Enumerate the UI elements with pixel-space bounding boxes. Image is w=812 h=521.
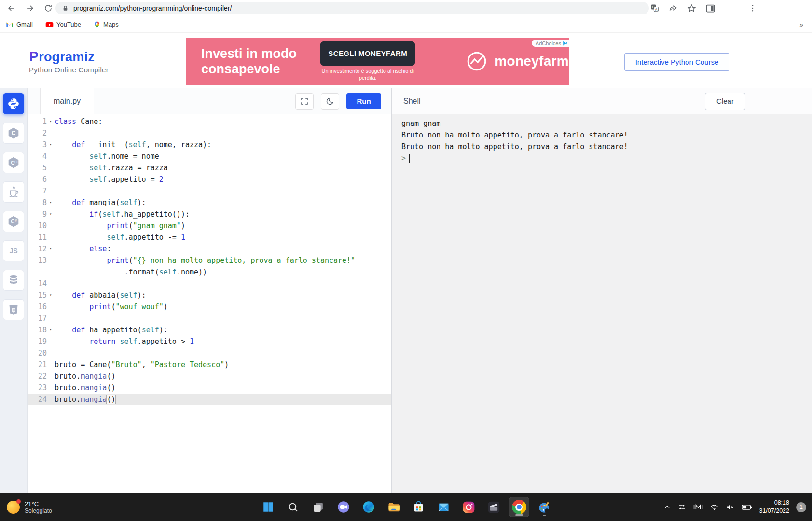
- code-line[interactable]: 23bruto.mangia(): [28, 382, 391, 394]
- search-button[interactable]: [283, 497, 303, 517]
- code-line[interactable]: 15▾ def abbaia(self):: [28, 289, 391, 301]
- shell-prompt-line[interactable]: >: [401, 152, 812, 164]
- adchoices-icon: [562, 41, 568, 46]
- code-line[interactable]: 22bruto.mangia(): [28, 370, 391, 382]
- translate-icon[interactable]: GA: [649, 2, 661, 14]
- volume-muted-icon[interactable]: [726, 503, 735, 511]
- tray-m-icon[interactable]: [693, 503, 703, 511]
- code-line[interactable]: .format(self.nome)): [28, 266, 391, 278]
- code-line[interactable]: 9▾ if(self.ha_appetito()):: [28, 208, 391, 220]
- bookmark-youtube[interactable]: YouTube: [45, 21, 81, 28]
- tray-settings-icon[interactable]: [678, 503, 687, 511]
- teams-chat-icon: [337, 500, 350, 514]
- sidebar-item-javascript[interactable]: JS: [3, 240, 24, 261]
- paint-button[interactable]: [534, 497, 554, 517]
- svg-text:A: A: [655, 8, 658, 12]
- code-line[interactable]: 6 self.appetito = 2: [28, 174, 391, 185]
- dark-mode-button[interactable]: [321, 93, 339, 110]
- microsoft-store-button[interactable]: [409, 497, 429, 517]
- ad-cta-button[interactable]: SCEGLI MONEYFARM: [320, 41, 415, 66]
- tray-chevron-icon[interactable]: [663, 503, 671, 511]
- clipchamp-button[interactable]: [484, 497, 504, 517]
- code-line[interactable]: 20: [28, 347, 391, 359]
- fullscreen-icon: [300, 97, 309, 106]
- bookmark-label: Gmail: [16, 21, 33, 28]
- bookmark-maps[interactable]: Maps: [94, 21, 119, 28]
- sun-icon: [7, 501, 20, 514]
- clock-date: 31/07/2022: [759, 507, 789, 515]
- code-editor-panel: main.py Run 1▾class Cane:23▾ def __init_…: [28, 88, 392, 493]
- chrome-button[interactable]: [509, 497, 529, 517]
- code-line[interactable]: 18▾ def ha_appetito(self):: [28, 324, 391, 336]
- code-line[interactable]: 17: [28, 313, 391, 324]
- code-line[interactable]: 10 print("gnam gnam"): [28, 220, 391, 232]
- battery-icon[interactable]: [742, 504, 752, 511]
- clock-widget[interactable]: 08:18 31/07/2022: [759, 499, 789, 515]
- code-line[interactable]: 21bruto = Cane("Bruto", "Pastore Tedesco…: [28, 359, 391, 370]
- edge-button[interactable]: [358, 497, 379, 517]
- code-line[interactable]: 7: [28, 185, 391, 197]
- maps-icon: [94, 21, 100, 28]
- weather-widget[interactable]: 21°C Soleggiato: [7, 500, 52, 514]
- lock-icon[interactable]: [62, 5, 69, 12]
- run-button[interactable]: Run: [346, 93, 381, 109]
- fullscreen-button[interactable]: [295, 93, 314, 110]
- reload-icon[interactable]: [42, 2, 54, 14]
- sidebar-item-java[interactable]: [3, 181, 24, 203]
- url-text[interactable]: programiz.com/python-programming/online-…: [73, 4, 232, 12]
- microsoft-store-icon: [412, 501, 425, 514]
- file-tab[interactable]: main.py: [40, 88, 94, 114]
- address-bar[interactable]: programiz.com/python-programming/online-…: [55, 2, 649, 14]
- code-line[interactable]: 2: [28, 127, 391, 139]
- sidebar-item-html[interactable]: [3, 299, 24, 320]
- sidebar-item-python[interactable]: [3, 93, 24, 114]
- code-line[interactable]: 3▾ def __init__(self, nome, razza):: [28, 139, 391, 151]
- file-explorer-button[interactable]: [384, 497, 404, 517]
- back-icon[interactable]: [6, 2, 17, 14]
- programiz-logo[interactable]: Programiz Python Online Compiler: [29, 48, 109, 74]
- sidebar-item-cpp[interactable]: C++: [3, 152, 24, 173]
- code-line[interactable]: 16 print("wouf wouf"): [28, 301, 391, 313]
- code-line[interactable]: 5 self.razza = razza: [28, 162, 391, 174]
- search-icon: [287, 501, 299, 513]
- forward-icon[interactable]: [24, 2, 36, 14]
- sidebar-item-c[interactable]: C: [3, 123, 24, 144]
- code-line[interactable]: 14: [28, 278, 391, 289]
- code-lines[interactable]: 1▾class Cane:23▾ def __init__(self, nome…: [28, 114, 391, 493]
- sidebar-item-csharp[interactable]: C#: [3, 211, 24, 232]
- code-line[interactable]: 8▾ def mangia(self):: [28, 197, 391, 208]
- browser-menu-icon[interactable]: [747, 2, 758, 14]
- ad-banner[interactable]: AdChoices Investi in modo consapevole SC…: [186, 38, 569, 85]
- bookmarks-overflow-chevron[interactable]: »: [799, 21, 803, 28]
- mail-button[interactable]: [434, 497, 454, 517]
- bookmark-star-icon[interactable]: [686, 2, 697, 14]
- code-line[interactable]: 19 return self.appetito > 1: [28, 336, 391, 347]
- teams-chat-button[interactable]: [333, 497, 354, 517]
- mail-icon: [437, 501, 450, 514]
- shell-body[interactable]: gnam gnamBruto non ha molto appetito, pr…: [392, 114, 812, 493]
- file-explorer-icon: [387, 500, 400, 514]
- browser-toolbar: programiz.com/python-programming/online-…: [0, 0, 812, 16]
- logo-letter: P: [29, 48, 39, 64]
- clear-button[interactable]: Clear: [705, 93, 745, 110]
- share-icon[interactable]: [667, 2, 679, 14]
- side-panel-icon[interactable]: [704, 2, 716, 14]
- code-line[interactable]: 11 self.appetito -= 1: [28, 232, 391, 243]
- sidebar-item-sql[interactable]: [3, 270, 24, 291]
- edge-icon: [362, 500, 375, 514]
- code-line[interactable]: 13 print("{} non ha molto appetito, prov…: [28, 255, 391, 266]
- bookmark-gmail[interactable]: Gmail: [6, 21, 33, 28]
- task-view-button[interactable]: [308, 497, 329, 517]
- bookmark-label: Maps: [103, 21, 119, 28]
- code-line[interactable]: 4 self.nome = nome: [28, 151, 391, 162]
- start-button[interactable]: [258, 497, 278, 517]
- code-line[interactable]: 1▾class Cane:: [28, 116, 391, 127]
- code-line[interactable]: 24bruto.mangia(): [28, 394, 391, 405]
- adchoices-label[interactable]: AdChoices: [532, 40, 569, 47]
- code-line[interactable]: 12▾ else:: [28, 243, 391, 255]
- instagram-button[interactable]: [459, 497, 479, 517]
- notification-badge[interactable]: 1: [796, 502, 806, 512]
- ad-headline: Investi in modo consapevole: [201, 46, 309, 77]
- wifi-icon[interactable]: [710, 503, 719, 511]
- interactive-course-button[interactable]: Interactive Python Course: [624, 53, 729, 71]
